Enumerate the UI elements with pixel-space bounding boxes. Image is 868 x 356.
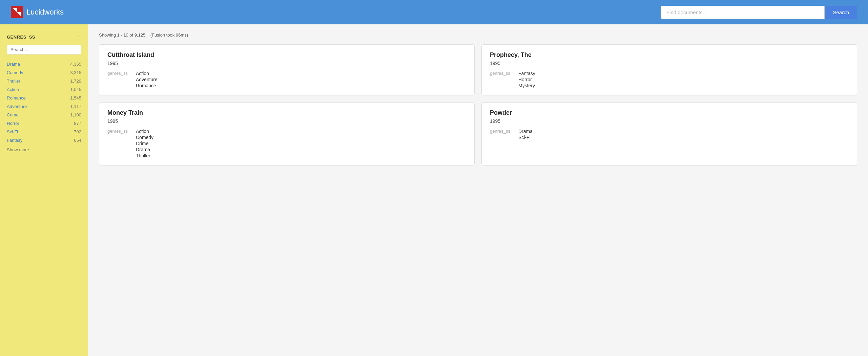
logo-text: Lucidworks xyxy=(26,8,64,17)
facet-item[interactable]: Romance 1,545 xyxy=(7,94,81,102)
facet-item[interactable]: Fantasy 654 xyxy=(7,136,81,144)
card-year: 1995 xyxy=(490,118,849,124)
results-timing: (Fusion took 96ms) xyxy=(150,32,188,38)
facet-item[interactable]: Adventure 1,117 xyxy=(7,102,81,111)
facet-label[interactable]: Drama xyxy=(7,62,20,67)
facet-count: 877 xyxy=(74,121,81,126)
genre-value: Sci-Fi xyxy=(518,135,533,140)
facet-label[interactable]: Crime xyxy=(7,112,19,117)
card-genres-row: genres_ss ActionAdventureRomance xyxy=(107,71,466,88)
card-genres-row: genres_ss DramaSci-Fi xyxy=(490,129,849,140)
facet-count: 792 xyxy=(74,129,81,134)
facet-count: 1,545 xyxy=(70,95,81,101)
facet-count: 1,117 xyxy=(70,104,81,109)
search-button[interactable]: Search xyxy=(825,6,857,19)
facet-item[interactable]: Action 1,545 xyxy=(7,85,81,94)
genre-value: Crime xyxy=(136,141,153,146)
facet-count: 1,100 xyxy=(70,112,81,117)
results-summary: Showing 1 - 10 of 9,125 (Fusion took 96m… xyxy=(99,32,857,38)
genre-value: Adventure xyxy=(136,77,158,82)
genre-value: Action xyxy=(136,71,158,76)
card-genres-values: FantasyHorrorMystery xyxy=(518,71,535,88)
facet-count: 1,545 xyxy=(70,87,81,92)
facet-label[interactable]: Action xyxy=(7,87,19,92)
card-year: 1995 xyxy=(107,118,466,124)
card-genres-values: ActionComedyCrimeDramaThriller xyxy=(136,129,153,158)
card-genres-values: DramaSci-Fi xyxy=(518,129,533,140)
facet-count: 3,315 xyxy=(70,70,81,75)
sidebar-title: GENRES_SS xyxy=(7,35,35,40)
facet-label[interactable]: Comedy xyxy=(7,70,23,75)
result-card: Cutthroat Island 1995 genres_ss ActionAd… xyxy=(99,44,475,95)
genre-value: Thriller xyxy=(136,153,153,158)
card-genres-label: genres_ss xyxy=(490,71,510,88)
facet-label[interactable]: Horror xyxy=(7,121,19,126)
sidebar-collapse-button[interactable]: − xyxy=(78,34,81,40)
facet-label[interactable]: Adventure xyxy=(7,104,27,109)
genre-value: Mystery xyxy=(518,83,535,88)
genre-value: Romance xyxy=(136,83,158,88)
card-year: 1995 xyxy=(107,61,466,66)
card-title: Cutthroat Island xyxy=(107,51,466,59)
facet-item[interactable]: Drama 4,365 xyxy=(7,60,81,68)
card-title: Prophecy, The xyxy=(490,51,849,59)
facet-label[interactable]: Fantasy xyxy=(7,138,22,143)
card-title: Powder xyxy=(490,109,849,116)
show-more-button[interactable]: Show more xyxy=(7,147,81,152)
card-genres-row: genres_ss FantasyHorrorMystery xyxy=(490,71,849,88)
card-title: Money Train xyxy=(107,109,466,116)
result-card: Prophecy, The 1995 genres_ss FantasyHorr… xyxy=(481,44,857,95)
facet-item[interactable]: Horror 877 xyxy=(7,119,81,128)
genre-value: Drama xyxy=(518,129,533,134)
card-genres-label: genres_ss xyxy=(490,129,510,140)
facet-count: 1,729 xyxy=(70,79,81,84)
facet-label[interactable]: Thriller xyxy=(7,79,20,84)
facet-label[interactable]: Sci-Fi xyxy=(7,129,18,134)
card-genres-values: ActionAdventureRomance xyxy=(136,71,158,88)
genre-value: Action xyxy=(136,129,153,134)
facet-label[interactable]: Romance xyxy=(7,95,26,101)
result-card: Money Train 1995 genres_ss ActionComedyC… xyxy=(99,102,475,165)
facet-count: 4,365 xyxy=(70,62,81,67)
genre-value: Fantasy xyxy=(518,71,535,76)
facet-list: Drama 4,365 Comedy 3,315 Thriller 1,729 … xyxy=(7,60,81,144)
facet-count: 654 xyxy=(74,138,81,143)
card-genres-label: genres_ss xyxy=(107,129,128,158)
card-year: 1995 xyxy=(490,61,849,66)
genre-value: Comedy xyxy=(136,135,153,140)
facet-item[interactable]: Thriller 1,729 xyxy=(7,77,81,85)
sidebar-header: GENRES_SS − xyxy=(7,34,81,40)
card-genres-row: genres_ss ActionComedyCrimeDramaThriller xyxy=(107,129,466,158)
genre-value: Horror xyxy=(518,77,535,82)
facet-item[interactable]: Comedy 3,315 xyxy=(7,68,81,77)
facet-item[interactable]: Crime 1,100 xyxy=(7,111,81,119)
facet-item[interactable]: Sci-Fi 792 xyxy=(7,128,81,136)
search-bar: Search xyxy=(661,6,857,19)
logo-area: Lucidworks xyxy=(11,6,64,18)
results-content: Showing 1 - 10 of 9,125 (Fusion took 96m… xyxy=(88,24,868,356)
card-genres-label: genres_ss xyxy=(107,71,128,88)
lucidworks-logo-icon xyxy=(11,6,23,18)
facet-search-input[interactable] xyxy=(7,45,81,54)
search-input[interactable] xyxy=(661,6,825,19)
results-count: Showing 1 - 10 of 9,125 xyxy=(99,32,145,38)
results-grid: Cutthroat Island 1995 genres_ss ActionAd… xyxy=(99,44,857,165)
sidebar: GENRES_SS − Drama 4,365 Comedy 3,315 Thr… xyxy=(0,24,88,356)
genre-value: Drama xyxy=(136,147,153,152)
result-card: Powder 1995 genres_ss DramaSci-Fi xyxy=(481,102,857,165)
